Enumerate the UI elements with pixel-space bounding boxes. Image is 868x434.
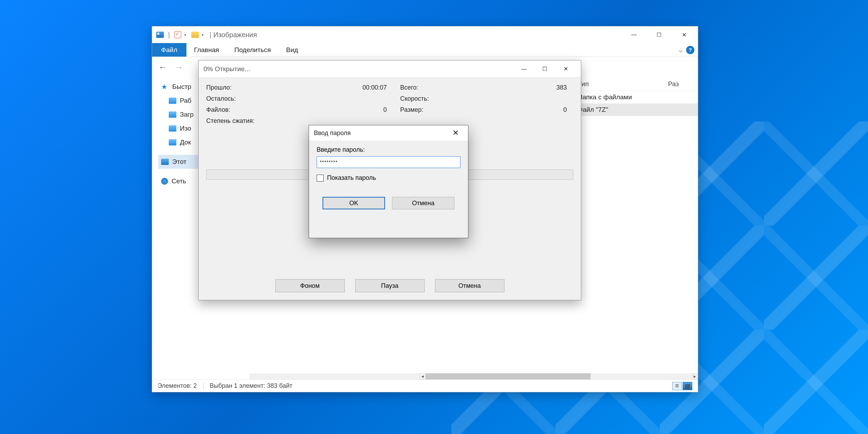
maximize-button[interactable]: ☐ xyxy=(534,60,555,78)
remaining-label: Осталось: xyxy=(206,95,276,106)
elapsed-value: 00:00:07 xyxy=(276,84,387,95)
share-tab[interactable]: Поделиться xyxy=(227,43,278,57)
progress-titlebar[interactable]: 0% Открытие... ― ☐ ✕ xyxy=(199,60,581,78)
back-button[interactable]: ← xyxy=(157,62,169,73)
password-titlebar[interactable]: Ввод пароля ✕ xyxy=(309,125,468,141)
home-tab[interactable]: Главная xyxy=(186,43,227,57)
photo-app-icon xyxy=(156,30,165,39)
scroll-thumb[interactable] xyxy=(426,373,591,379)
dropdown-icon[interactable]: ▾ xyxy=(184,33,189,37)
status-selected: Выбран 1 элемент: 383 байт xyxy=(210,382,292,390)
status-items: Элементов: 2 xyxy=(158,382,197,390)
speed-label: Скорость: xyxy=(400,95,467,106)
close-button[interactable]: ✕ xyxy=(448,125,463,141)
password-input[interactable] xyxy=(317,156,460,168)
background-button[interactable]: Фоном xyxy=(275,279,345,292)
statusbar: Элементов: 2 Выбран 1 элемент: 383 байт … xyxy=(152,379,698,392)
close-button[interactable]: ✕ xyxy=(555,60,576,78)
show-password-label: Показать пароль xyxy=(327,174,376,182)
minimize-button[interactable]: ― xyxy=(514,60,534,78)
close-button[interactable]: ✕ xyxy=(671,26,696,43)
progress-title-text: 0% Открытие... xyxy=(203,65,250,73)
scroll-right-icon[interactable]: ► xyxy=(692,373,698,379)
dropdown-icon[interactable]: ▾ xyxy=(202,33,206,37)
col-size[interactable]: Раз xyxy=(663,80,698,88)
ratio-label: Степень сжатия: xyxy=(206,117,276,128)
files-label: Файлов: xyxy=(206,106,276,117)
help-icon[interactable]: ? xyxy=(686,46,694,54)
view-tab[interactable]: Вид xyxy=(278,43,306,57)
separator: | xyxy=(208,31,212,39)
size-label: Размер: xyxy=(400,106,470,117)
ribbon: Файл Главная Поделиться Вид ⌵ ? xyxy=(152,43,698,57)
password-dialog: Ввод пароля ✕ Введите пароль: Показать п… xyxy=(309,125,468,238)
cancel-button[interactable]: Отмена xyxy=(435,279,504,292)
col-type[interactable]: Тип xyxy=(573,80,663,88)
scroll-track[interactable] xyxy=(426,373,692,379)
forward-button[interactable]: → xyxy=(173,62,185,73)
window-title: Изображения xyxy=(213,31,257,39)
file-tab[interactable]: Файл xyxy=(152,43,186,57)
files-value: 0 xyxy=(276,106,387,117)
show-password-checkbox[interactable] xyxy=(317,175,324,182)
maximize-button[interactable]: ☐ xyxy=(646,26,671,43)
scroll-left-icon[interactable]: ◄ xyxy=(419,373,426,379)
password-prompt: Введите пароль: xyxy=(317,146,460,153)
password-title-text: Ввод пароля xyxy=(314,130,351,137)
checkbox-icon[interactable] xyxy=(173,30,182,39)
separator xyxy=(203,383,203,390)
thumbnails-view-button[interactable]: ▦ xyxy=(683,382,692,390)
separator: | xyxy=(167,31,171,39)
horizontal-scrollbar[interactable]: ◄ ► xyxy=(249,373,698,379)
elapsed-label: Прошло: xyxy=(206,84,276,95)
minimize-button[interactable]: ― xyxy=(621,26,646,43)
folder-icon xyxy=(191,30,200,39)
pause-button[interactable]: Пауза xyxy=(355,279,425,292)
total-value: 383 xyxy=(470,84,567,95)
ok-button[interactable]: OK xyxy=(323,197,385,209)
total-label: Всего: xyxy=(400,84,470,95)
titlebar[interactable]: | ▾ ▾ | Изображения ― ☐ ✕ xyxy=(152,26,698,43)
chevron-down-icon[interactable]: ⌵ xyxy=(679,46,683,54)
size-value: 0 xyxy=(470,106,567,117)
details-view-button[interactable]: ≡ xyxy=(672,382,682,390)
cancel-button[interactable]: Отмена xyxy=(392,197,454,209)
